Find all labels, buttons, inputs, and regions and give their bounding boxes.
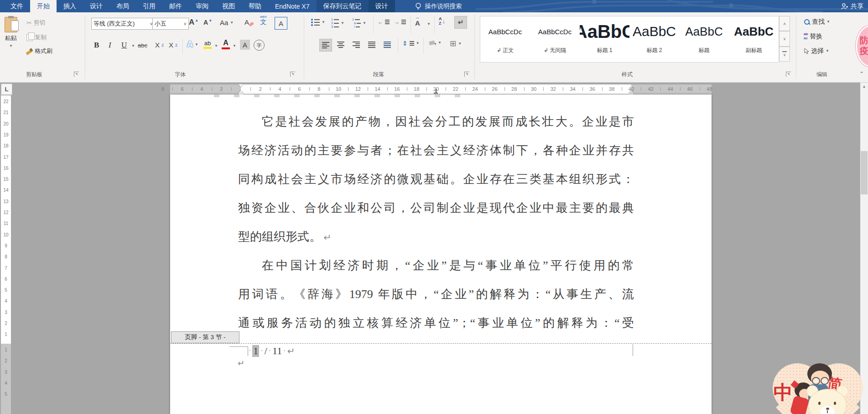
menu-tab-插入[interactable]: 插入: [57, 0, 83, 12]
font-color-caret[interactable]: ▼: [233, 44, 236, 48]
italic-button[interactable]: I: [109, 41, 111, 50]
font-name-combo[interactable]: 等线 (西文正文)∨: [91, 18, 155, 30]
copy-button[interactable]: 复制: [26, 33, 47, 42]
enclose-characters-button[interactable]: 字: [254, 40, 265, 51]
paragraph-dialog-launcher[interactable]: [464, 72, 469, 77]
style-scroll-up[interactable]: ∧: [779, 16, 790, 31]
highlight-button[interactable]: ab: [203, 40, 212, 49]
distribute-button[interactable]: [381, 39, 393, 51]
shrink-font-button[interactable]: A▼: [203, 19, 212, 26]
style-card-无间隔[interactable]: AaBbCcDc↲ 无间隔: [530, 16, 580, 62]
document-page[interactable]: 它是社会发展的产物，因社会分工的发展而成长壮大。企业是市场经济活动的主要参与者；…: [170, 94, 712, 414]
menu-tab-文件[interactable]: 文件: [4, 0, 30, 12]
clear-formatting-button[interactable]: A: [244, 18, 254, 26]
multilevel-list-button[interactable]: 1 a i ▼: [352, 18, 366, 28]
change-case-button[interactable]: Aa▼: [220, 19, 234, 26]
menu-tab-EndNote X7[interactable]: EndNote X7: [268, 0, 317, 12]
find-button[interactable]: 查找▼: [804, 18, 830, 26]
style-card-标题[interactable]: AaBbC标题: [679, 16, 729, 62]
numbering-button[interactable]: 1 2 3 ▼: [331, 18, 344, 28]
page-number-field[interactable]: 1: [252, 345, 259, 357]
menu-tab-开始[interactable]: 开始: [30, 0, 57, 12]
scrollbar-thumb[interactable]: [861, 151, 868, 194]
style-gallery-more[interactable]: ∨: [779, 47, 790, 62]
menu-tab-视图[interactable]: 视图: [215, 0, 242, 12]
menu-tab-引用[interactable]: 引用: [136, 0, 162, 12]
highlight-caret[interactable]: ▼: [214, 44, 218, 48]
center-tab-stop-marker[interactable]: [434, 89, 438, 94]
text-line[interactable]: 场经济活动的主要参与者；在社会主义经济体制下，各种企业并存共: [238, 136, 634, 165]
text-line[interactable]: 它是社会发展的产物，因社会分工的发展而成长壮大。企业是市: [238, 107, 634, 136]
ruler-tick: [680, 87, 681, 91]
text-line[interactable]: 用词语。《辞海》1979 年版中，“企业”的解释为：“从事生产、流: [238, 280, 634, 309]
bear-eye: [834, 402, 836, 405]
style-card-标题 2[interactable]: AaBbC标题 2: [629, 16, 679, 62]
menu-tab-保存到云笔记[interactable]: 保存到云笔记: [317, 0, 369, 12]
align-left-button[interactable]: [319, 39, 332, 52]
line-spacing-button[interactable]: ⇕ ▼: [402, 40, 420, 47]
bullets-button[interactable]: ▼: [311, 19, 325, 26]
strikethrough-button[interactable]: abc: [138, 42, 147, 49]
character-scaling-button[interactable]: ↔ A: [415, 15, 420, 26]
footer-page-number[interactable]: · 1 · / · 11 · ↵: [249, 345, 295, 357]
borders-button[interactable]: ⊞▼: [450, 39, 462, 48]
shading-button[interactable]: ▼: [429, 40, 442, 46]
justify-button[interactable]: [366, 39, 378, 51]
grow-font-button[interactable]: A▲: [189, 18, 198, 27]
text-line[interactable]: 在中国计划经济时期，“企业”是与“事业单位”平行使用的常: [238, 251, 634, 280]
tab-selector[interactable]: L: [1, 84, 12, 95]
font-dialog-launcher[interactable]: [290, 72, 295, 77]
text-effects-button[interactable]: A▼: [187, 40, 198, 49]
tell-me-search[interactable]: 操作说明搜索: [411, 0, 467, 12]
bold-button[interactable]: B: [94, 41, 99, 50]
menu-tab-邮件[interactable]: 邮件: [162, 0, 189, 12]
menu-tab-帮助[interactable]: 帮助: [242, 0, 268, 12]
page-total-field[interactable]: 11: [272, 345, 282, 357]
increase-indent-button[interactable]: →: [394, 19, 406, 25]
menu-tab-审阅[interactable]: 审阅: [189, 0, 215, 12]
replace-button[interactable]: abac 替换: [804, 32, 822, 41]
superscript-button[interactable]: X2: [169, 41, 177, 49]
character-border-button[interactable]: A: [275, 17, 287, 30]
cut-button[interactable]: ✂ 剪切: [26, 19, 46, 27]
style-card-正文[interactable]: AaBbCcDc↲ 正文: [480, 16, 530, 62]
subscript-button[interactable]: X2: [155, 41, 164, 49]
menu-tab-布局[interactable]: 布局: [109, 0, 136, 12]
style-scroll-down[interactable]: ∨: [779, 31, 790, 46]
style-card-标题 1[interactable]: AaBbC标题 1: [580, 16, 629, 62]
first-line-indent-marker[interactable]: [239, 84, 243, 87]
show-hide-marks-button[interactable]: ↵: [454, 16, 467, 29]
phonetic-guide-button[interactable]: wén 文: [260, 15, 267, 25]
underline-caret[interactable]: ▼: [131, 44, 135, 48]
text-line[interactable]: 通或服务活动的独立核算经济单位”；“事业单位”的解释为：“受: [238, 309, 634, 337]
document-text[interactable]: 它是社会发展的产物，因社会分工的发展而成长壮大。企业是市场经济活动的主要参与者；…: [238, 107, 634, 337]
sort-button[interactable]: A Z ↓: [439, 17, 445, 26]
scroll-up-arrow[interactable]: ▲: [860, 83, 868, 90]
paste-button[interactable]: 粘贴 ▼: [5, 17, 17, 48]
character-shading-button[interactable]: A: [240, 40, 250, 50]
menu-tab-设计[interactable]: 设计: [369, 0, 395, 12]
ruler-tick: [582, 87, 583, 91]
underline-button[interactable]: U: [121, 41, 127, 50]
menu-tab-设计[interactable]: 设计: [83, 0, 109, 12]
paste-dropdown-caret[interactable]: ▼: [9, 44, 13, 48]
font-color-button[interactable]: A: [222, 39, 230, 49]
styles-dialog-launcher[interactable]: [786, 72, 791, 77]
ime-sticker[interactable]: 中 简: [766, 361, 868, 414]
text-line[interactable]: 型的组织形式。 ↵: [238, 222, 634, 251]
select-button[interactable]: 选择▼: [804, 47, 829, 55]
text-line[interactable]: 同构成社会主义市场经济的微观基础。企业存在三类基本组织形式：: [238, 165, 634, 194]
text-line[interactable]: 独资企业、合伙企业和公司，公司制企业是现代企业中最主要的最典: [238, 194, 634, 222]
align-center-button[interactable]: [335, 39, 347, 51]
collapse-ribbon-chevron[interactable]: ⌃: [859, 71, 864, 77]
character-scaling-caret[interactable]: ▼: [427, 22, 431, 26]
share-button[interactable]: 共享: [841, 0, 863, 12]
align-right-button[interactable]: [350, 39, 362, 51]
decrease-indent-button[interactable]: ←: [378, 19, 390, 25]
clipboard-dialog-launcher[interactable]: [74, 72, 79, 77]
style-card-副标题[interactable]: AaBbC副标题: [729, 16, 779, 62]
horizontal-ruler[interactable]: 8642246810121416182022242628303234363840…: [170, 84, 712, 94]
vertical-ruler[interactable]: 2221201918171615141312111098765432112345: [1, 95, 11, 414]
format-painter-button[interactable]: 格式刷: [26, 47, 52, 55]
font-size-combo[interactable]: 小五∨: [152, 18, 189, 30]
